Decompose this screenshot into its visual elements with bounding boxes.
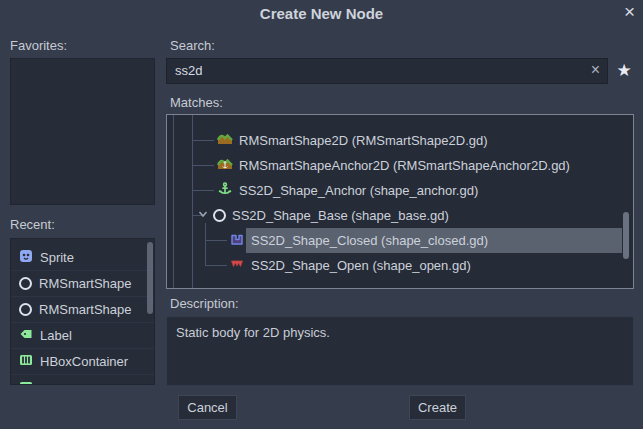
tree-item-ss2d-shape-base[interactable]: SS2D_Shape_Base (shape_base.gd): [167, 203, 633, 228]
terrain-anchor-icon: [217, 156, 233, 175]
circle-icon: [213, 209, 226, 222]
clear-search-icon[interactable]: ×: [591, 61, 600, 79]
description-text: Static body for 2D physics.: [176, 325, 330, 340]
create-button[interactable]: Create: [409, 395, 466, 420]
search-label: Search:: [170, 38, 215, 53]
tree-item-rmsmartshape2d[interactable]: RMSmartShape2D (RMSmartShape2D.gd): [167, 128, 633, 153]
list-item[interactable]: RMSmartShape: [11, 271, 154, 297]
chevron-down-icon[interactable]: [197, 208, 209, 223]
favorite-star-icon[interactable]: ★: [612, 58, 636, 84]
tree-item-label: SS2D_Shape_Closed (shape_closed.gd): [251, 233, 488, 248]
tree-item-label: SS2D_Shape_Anchor (shape_anchor.gd): [239, 183, 478, 198]
tree-item-label: RMSmartShapeAnchor2D (RMSmartShapeAnchor…: [239, 158, 570, 173]
page-title: Create New Node: [0, 5, 643, 22]
list-item[interactable]: Label: [11, 323, 154, 349]
list-item[interactable]: RMSmartShape: [11, 297, 154, 323]
spinbox-icon: [19, 380, 33, 386]
hbox-container-icon: [19, 353, 33, 370]
favorites-label: Favorites:: [10, 38, 67, 53]
list-item[interactable]: Sprite: [11, 245, 154, 271]
tree-item-label: SS2D_Shape_Base (shape_base.gd): [232, 208, 449, 223]
tree-item-label: RMSmartShape2D (RMSmartShape2D.gd): [239, 133, 488, 148]
terrain-icon: [217, 131, 233, 150]
recent-label: Recent:: [10, 217, 55, 232]
circle-icon: [19, 303, 32, 316]
list-item[interactable]: HBoxContainer: [11, 349, 154, 375]
tree-item-rmsmartshapeanchor2d[interactable]: RMSmartShapeAnchor2D (RMSmartShapeAnchor…: [167, 153, 633, 178]
tree-item-ss2d-shape-open[interactable]: SS2D_Shape_Open (shape_open.gd): [167, 253, 633, 278]
tree-item-label: SS2D_Shape_Open (shape_open.gd): [251, 258, 471, 273]
close-icon[interactable]: ×: [624, 1, 635, 23]
sprite-icon: [19, 249, 33, 266]
search-input[interactable]: ss2d ×: [166, 58, 608, 84]
list-item-label: SpinBox: [40, 381, 88, 386]
description-label: Description:: [170, 296, 239, 311]
list-item[interactable]: SpinBox: [11, 375, 154, 385]
list-item-label: HBoxContainer: [40, 354, 128, 369]
list-item-label: RMSmartShape: [39, 302, 131, 317]
closed-shape-icon: [229, 231, 245, 250]
favorites-list[interactable]: [10, 58, 155, 205]
list-item-label: RMSmartShape: [39, 276, 131, 291]
cancel-button[interactable]: Cancel: [178, 395, 237, 420]
matches-label: Matches:: [170, 95, 223, 110]
circle-icon: [19, 277, 32, 290]
anchor-icon: [217, 181, 233, 200]
search-value: ss2d: [175, 63, 202, 78]
list-item-label: Sprite: [40, 250, 74, 265]
list-item-label: Label: [40, 328, 72, 343]
matches-tree: RMSmartShape2D (RMSmartShape2D.gd) RMSma…: [166, 114, 634, 289]
description-panel: Static body for 2D physics.: [166, 316, 634, 386]
tree-item-ss2d-shape-anchor[interactable]: SS2D_Shape_Anchor (shape_anchor.gd): [167, 178, 633, 203]
recent-list: Sprite RMSmartShape RMSmartShape Label H…: [10, 238, 155, 385]
matches-scrollbar[interactable]: [623, 212, 629, 259]
recent-scrollbar[interactable]: [147, 242, 153, 314]
open-shape-icon: [229, 256, 245, 275]
label-tag-icon: [19, 327, 33, 344]
